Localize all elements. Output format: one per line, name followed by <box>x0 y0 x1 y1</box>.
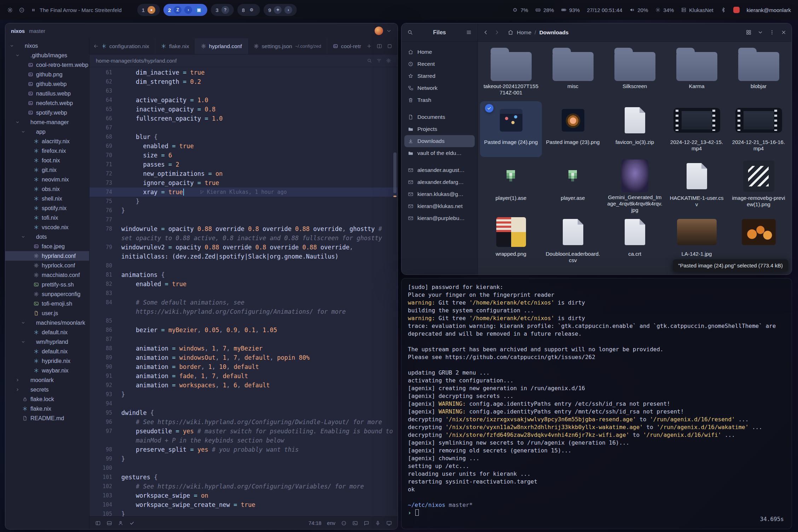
file-tree-item[interactable]: git.nix <box>5 165 89 175</box>
screenshare-icon[interactable] <box>386 520 392 526</box>
close-window-icon[interactable] <box>781 29 787 35</box>
maximize-pane-icon[interactable] <box>387 43 393 49</box>
file-item[interactable]: ca.crt <box>604 213 666 269</box>
code-line[interactable]: 77 <box>89 215 398 224</box>
search-icon[interactable] <box>407 29 413 35</box>
file-item[interactable]: 2024-12-21_15-16-16.mp4 <box>728 101 790 157</box>
cursor-position[interactable]: 74:18 <box>308 520 321 526</box>
avatar[interactable] <box>375 27 383 35</box>
code-line[interactable]: 71 passes = 2 <box>89 160 398 169</box>
file-tree-item[interactable]: waybar.nix <box>5 366 89 375</box>
sidebar-item[interactable]: Trash <box>404 94 475 106</box>
code-line[interactable]: 100 <box>89 463 398 473</box>
filter-icon[interactable] <box>376 58 382 63</box>
editor-scrollbar[interactable] <box>393 152 397 193</box>
file-tree-item[interactable]: spotify.nix <box>5 203 89 213</box>
code-line[interactable]: 103 workspace_swipe = on <box>89 491 398 500</box>
code-line[interactable]: 64 active_opacity = 1.0 <box>89 96 398 105</box>
collab-panel-icon[interactable] <box>118 520 123 526</box>
file-item[interactable]: HACKATIME-1-user.csv <box>666 157 728 213</box>
breadcrumb[interactable]: home-manager/dots/hyprland.conf <box>96 58 177 64</box>
sidebar-item[interactable]: kieran@klukas.net <box>404 200 475 212</box>
assistant-chat-icon[interactable] <box>364 520 369 526</box>
editor-tab[interactable]: configuration.nix <box>103 38 155 54</box>
file-tree-item[interactable]: moonlark <box>5 375 89 385</box>
workspace-pill[interactable]: 1 ● <box>137 4 160 16</box>
back-button[interactable] <box>483 29 489 35</box>
file-tree-item[interactable]: neovim.nix <box>5 175 89 184</box>
sidebar-item[interactable]: Documents <box>404 111 475 123</box>
toggle-left-dock-icon[interactable] <box>95 520 101 526</box>
code-line[interactable]: 65 inactive_opacity = 0.8 <box>89 105 398 114</box>
file-tree-item[interactable]: face.jpeg <box>5 242 89 251</box>
file-item[interactable]: image-removebg-preview(1).png <box>728 157 790 213</box>
file-tree-item[interactable]: default.nix <box>5 328 89 337</box>
file-tree-item[interactable]: foot.nix <box>5 156 89 165</box>
code-line[interactable]: 104 workspace_swipe_create_new = true <box>89 500 398 509</box>
sidebar-item[interactable]: Network <box>404 82 475 94</box>
code-line[interactable]: 93 } <box>89 390 398 399</box>
code-line[interactable]: 91 animation = fade, 1, 7, default <box>89 371 398 381</box>
dnd-icon[interactable] <box>19 7 25 13</box>
sidebar-item[interactable]: Recent <box>404 58 475 70</box>
battery-module[interactable]: 93% <box>561 7 580 13</box>
file-tree-item[interactable]: spotify.webp <box>5 108 89 117</box>
file-tree-item[interactable]: macchiato.conf <box>5 270 89 280</box>
file-tree-item[interactable]: tofi.nix <box>5 213 89 222</box>
copilot-icon[interactable] <box>341 520 347 526</box>
code-line[interactable]: 81 animations { <box>89 270 398 279</box>
file-tree-item[interactable]: machines/moonlark <box>5 318 89 328</box>
file-tree-item[interactable]: hyprland.conf <box>5 251 89 261</box>
zed-titlebar[interactable]: nixos master <box>5 23 398 38</box>
buffer-search-icon[interactable] <box>367 58 372 63</box>
code-line[interactable]: 63 <box>89 86 398 96</box>
file-tree-item[interactable]: nautilus.webp <box>5 89 89 98</box>
file-tree-item[interactable]: .github/images <box>5 51 89 60</box>
brightness-module[interactable]: 34% <box>655 7 674 13</box>
code-line[interactable]: 79 windowrulev2 = opacity 0.88 override … <box>89 243 398 252</box>
file-tree-item[interactable]: vscode.nix <box>5 222 89 232</box>
file-tree-item[interactable]: sunpaperconfig <box>5 289 89 299</box>
project-name[interactable]: nixos <box>11 28 25 34</box>
code-line[interactable]: 74 xray = trueKieran Klukas, 1 hour ago <box>89 187 398 197</box>
mic-icon[interactable] <box>375 520 381 526</box>
file-item[interactable]: player.ase <box>542 157 604 213</box>
code-line[interactable]: 61 dim_inactive = true <box>89 68 398 77</box>
diagnostics-check-icon[interactable] <box>129 520 135 526</box>
code-line[interactable]: 97 pseudotile = yes # master switch for … <box>89 427 398 436</box>
code-line[interactable]: 66 fullscreen_opacity = 1.0 <box>89 114 398 123</box>
file-tree-item[interactable]: shell.nix <box>5 194 89 203</box>
file-item[interactable]: wrapped.png <box>480 213 542 269</box>
workspace-pill[interactable]: 9 ✦◗ <box>264 4 297 16</box>
code-line[interactable]: 75 } <box>89 197 398 206</box>
forward-button[interactable] <box>494 29 500 35</box>
terminal-panel-icon[interactable] <box>352 520 358 526</box>
code-line[interactable]: 102 # See https://wiki.hyprland.org/Conf… <box>89 482 398 491</box>
file-tree-item[interactable]: home-manager <box>5 117 89 127</box>
file-tree-item[interactable]: tofi-emoji.sh <box>5 299 89 308</box>
launcher-gear-icon[interactable] <box>7 7 13 13</box>
editor-tab[interactable]: cool-retro-term.png <box>327 38 361 54</box>
code-line[interactable]: 88 animation = windows, 1, 7, myBezier <box>89 344 398 353</box>
code-line[interactable]: 98 preserve_split = yes # you probably w… <box>89 445 398 454</box>
file-tree-item[interactable]: flake.lock <box>5 394 89 404</box>
view-options-chevron-icon[interactable] <box>757 29 763 35</box>
split-editor-icon[interactable] <box>376 43 382 49</box>
file-tree-item[interactable]: dots <box>5 232 89 242</box>
file-tree-item[interactable]: wm/hyprland <box>5 337 89 347</box>
view-grid-icon[interactable] <box>746 29 752 35</box>
terminal-window[interactable]: [sudo] password for kierank:Place your f… <box>401 278 792 529</box>
workspace-pill[interactable]: 8 ⚙ <box>237 4 260 16</box>
code-line[interactable]: 72 new_optimizations = on <box>89 169 398 178</box>
code-line[interactable]: 62 dim_strength = 0.2 <box>89 77 398 86</box>
file-tree-item[interactable]: user.js <box>5 308 89 318</box>
code-line[interactable]: 70 size = 6 <box>89 151 398 160</box>
workspace-pill[interactable]: 2 Z›▣ <box>163 4 207 16</box>
code-line[interactable]: 84 # Some default animations, see <box>89 298 398 307</box>
cpu-module[interactable]: 7% <box>512 7 528 13</box>
new-tab-plus-icon[interactable] <box>366 43 372 49</box>
file-tree-item[interactable]: alacritty.nix <box>5 137 89 146</box>
network-module[interactable]: KlukasNet <box>681 7 713 13</box>
sidebar-item[interactable]: alesander.august… <box>404 164 475 176</box>
code-line[interactable]: mainMod + P in the keybinds section belo… <box>89 436 398 445</box>
